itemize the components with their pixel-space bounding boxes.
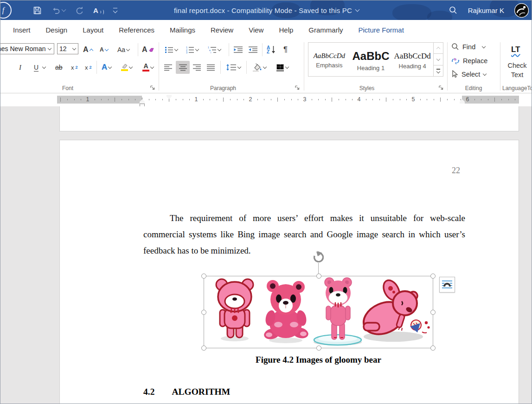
align-center-button[interactable] (176, 61, 190, 74)
body-line[interactable]: commercial systems like Bing image searc… (143, 226, 465, 242)
numbering-icon: 123 (186, 46, 194, 53)
sort-button[interactable]: AZ (266, 43, 276, 56)
rotate-handle-icon[interactable] (312, 251, 325, 264)
eraser-icon (149, 48, 154, 52)
font-dialog-launcher[interactable] (150, 85, 156, 91)
grow-font-button[interactable]: A (82, 43, 94, 56)
underline-button[interactable]: U (33, 61, 46, 74)
account-name[interactable]: Rajkumar K (468, 7, 504, 14)
section-title[interactable]: ALGORITHM (172, 387, 230, 397)
bullets-button[interactable] (164, 43, 179, 56)
tab-references[interactable]: References (119, 26, 154, 34)
line-spacing-button[interactable] (225, 61, 242, 74)
shrink-font-button[interactable]: A (99, 43, 109, 56)
tab-review[interactable]: Review (211, 26, 233, 34)
styles-scroll-up-icon[interactable] (434, 43, 443, 54)
clear-formatting-button[interactable]: A (141, 43, 155, 56)
replace-button[interactable]: bc Replace (451, 57, 487, 65)
resize-handle-nw[interactable] (201, 274, 206, 279)
check-text-button[interactable]: Check Text (505, 61, 530, 79)
tab-help[interactable]: Help (279, 26, 293, 34)
decrease-indent-icon (233, 46, 243, 53)
resize-handle-se[interactable] (430, 345, 436, 351)
text-effects-button[interactable]: A (101, 61, 112, 74)
resize-handle-ne[interactable] (430, 274, 436, 279)
gloomy-bear-image[interactable] (204, 276, 433, 348)
document-canvas: 22 The requirement of more users’ effort… (0, 106, 532, 404)
font-name-combobox[interactable]: Times New Roman (0, 43, 54, 54)
styles-scroll-down-icon[interactable] (434, 54, 443, 65)
italic-button[interactable]: I (18, 61, 22, 74)
ruler-number: 1 (85, 96, 91, 103)
resize-handle-w[interactable] (201, 310, 206, 315)
align-right-icon (192, 64, 201, 71)
avatar[interactable] (514, 3, 529, 18)
shading-button[interactable] (251, 61, 267, 74)
resize-handle-n[interactable] (316, 274, 321, 279)
sort-arrow-icon (271, 46, 276, 54)
section-heading[interactable]: 4.2ALGORITHM (143, 387, 230, 397)
highlighter-icon (121, 64, 128, 71)
find-button[interactable]: Find (451, 43, 485, 51)
resize-handle-s[interactable] (316, 345, 321, 351)
align-left-button[interactable] (163, 61, 173, 74)
resize-handle-e[interactable] (430, 310, 436, 315)
tab-view[interactable]: View (249, 26, 263, 34)
tab-grammarly[interactable]: Grammarly (308, 26, 343, 34)
title-bar: f A final report.docx - Compatibility Mo… (0, 0, 532, 20)
selected-picture-frame[interactable] (204, 276, 433, 348)
svg-text:i: i (211, 51, 211, 53)
font-group-label: Font (28, 85, 107, 91)
styles-gallery-expand-icon[interactable] (434, 65, 443, 76)
horizontal-ruler[interactable]: 1 1 2 3 4 5 6 (57, 96, 519, 104)
show-marks-button[interactable]: ¶ (282, 43, 288, 56)
title-dropdown-icon[interactable] (355, 7, 360, 12)
font-color-button[interactable]: A (141, 61, 154, 74)
paragraph-dialog-launcher[interactable] (295, 85, 301, 91)
tab-mailings[interactable]: Mailings (170, 26, 195, 34)
select-button[interactable]: Select (451, 70, 486, 78)
style-heading-4[interactable]: AaBbCcDd Heading 4 (391, 43, 433, 76)
font-size-combobox[interactable]: 12 (57, 43, 78, 54)
ruler-number: 4 (356, 96, 362, 103)
text-highlight-button[interactable] (120, 61, 133, 74)
body-line[interactable]: feedback has to be minimized. (143, 242, 465, 259)
justify-button[interactable] (205, 61, 216, 74)
previous-page-bottom[interactable] (59, 106, 519, 131)
tab-insert[interactable]: Insert (13, 26, 31, 34)
style-emphasis[interactable]: AaBbCcDd Emphasis (308, 43, 350, 76)
decrease-indent-button[interactable] (232, 43, 244, 56)
styles-group-label: Styles (327, 85, 406, 91)
subscript-button[interactable]: x2 (70, 61, 79, 74)
ruler-row: 1 1 2 3 4 5 6 (0, 93, 532, 106)
ruler-number: 6 (465, 96, 471, 103)
tab-design[interactable]: Design (46, 26, 68, 34)
change-case-button[interactable]: Aa (116, 43, 130, 56)
multilevel-list-button[interactable]: 1ai (206, 43, 222, 56)
tab-picture-format[interactable]: Picture Format (358, 26, 404, 34)
search-icon[interactable] (449, 6, 458, 15)
body-line[interactable]: The requirement of more users’ effort ma… (143, 210, 465, 226)
strikethrough-button[interactable]: ab (54, 61, 64, 74)
layout-options-button[interactable] (439, 277, 455, 293)
figure-caption[interactable]: Figure 4.2 Images of gloomy bear (204, 355, 433, 365)
increase-indent-button[interactable] (247, 43, 259, 56)
line-spacing-icon (226, 64, 237, 71)
superscript-button[interactable]: x2 (84, 61, 93, 74)
tab-layout[interactable]: Layout (83, 26, 103, 34)
borders-icon (276, 64, 284, 72)
section-number[interactable]: 4.2 (143, 387, 154, 397)
body-paragraph[interactable]: The requirement of more users’ effort ma… (143, 210, 465, 259)
resize-handle-sw[interactable] (201, 345, 206, 351)
style-heading-1[interactable]: AaBbC Heading 1 (350, 43, 392, 76)
ribbon-tab-bar: Insert Design Layout References Mailings… (0, 20, 532, 39)
numbering-button[interactable]: 123 (185, 43, 199, 56)
find-dropdown-icon (482, 44, 486, 48)
find-magnifier-icon (451, 43, 459, 51)
document-page[interactable]: 22 The requirement of more users’ effort… (59, 140, 519, 404)
bullets-icon (165, 46, 173, 53)
align-right-button[interactable] (192, 61, 202, 74)
page-number: 22 (452, 166, 460, 176)
borders-button[interactable] (275, 61, 289, 74)
align-center-icon (179, 64, 187, 71)
